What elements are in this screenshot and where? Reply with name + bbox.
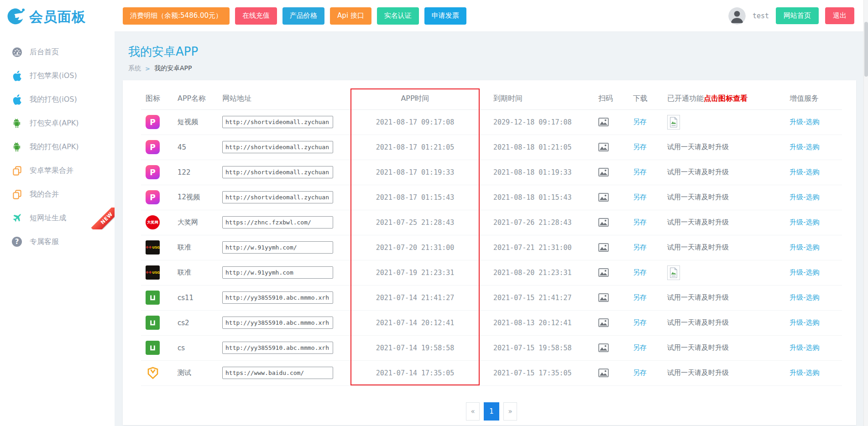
table-row: cs 2021-07-14 19:58:58 2021-07-15 19:58:…	[141, 335, 842, 360]
upgrade-link[interactable]: 升级-选购	[790, 268, 819, 276]
table-row: 大奖网 大奖网 2021-07-25 21:28:43 2021-07-26 2…	[141, 210, 842, 235]
app-time: 2021-08-17 01:21:05	[350, 135, 480, 160]
qr-image-icon[interactable]	[598, 143, 609, 151]
save-as-link[interactable]: 另存	[633, 293, 647, 301]
save-as-link[interactable]: 另存	[633, 143, 647, 151]
brand-logo-icon	[6, 7, 25, 27]
consume-detail-button[interactable]: 消费明细（余额:5486.00元）	[123, 7, 230, 25]
window-scrollbar[interactable]	[863, 0, 868, 426]
app-url-input[interactable]	[222, 241, 333, 254]
app-url-input[interactable]	[222, 342, 333, 354]
real-name-button[interactable]: 实名认证	[377, 7, 419, 25]
site-home-button[interactable]: 网站首页	[776, 7, 819, 24]
recharge-button[interactable]: 在线充值	[235, 7, 277, 25]
scrollbar-thumb[interactable]	[864, 22, 868, 77]
api-button[interactable]: Api 接口	[330, 7, 371, 25]
qr-image-icon[interactable]	[598, 118, 609, 126]
app-url-input[interactable]	[222, 116, 333, 128]
breadcrumb-root[interactable]: 系统	[128, 64, 141, 73]
merge-icon	[10, 166, 24, 176]
upgrade-link[interactable]: 升级-选购	[790, 193, 819, 201]
product-price-button[interactable]: 产品价格	[282, 7, 324, 25]
save-as-link[interactable]: 另存	[633, 318, 647, 327]
logout-button[interactable]: 退出	[825, 7, 854, 24]
merge-icon	[10, 189, 24, 200]
upgrade-link[interactable]: 升级-选购	[790, 168, 819, 176]
upgrade-link[interactable]: 升级-选购	[790, 143, 819, 151]
next-page-button[interactable]: »	[503, 402, 517, 421]
upgrade-link[interactable]: 升级-选购	[790, 369, 819, 377]
sidebar-item-short-url[interactable]: 短网址生成 NEW	[0, 206, 115, 230]
brand-title: 会员面板	[29, 8, 86, 26]
sidebar-item-label: 专属客服	[30, 237, 59, 247]
features-header-text: 已开通功能	[667, 94, 704, 103]
app-time: 2021-07-14 19:58:58	[350, 335, 480, 360]
topbar: 消费明细（余额:5486.00元）在线充值产品价格Api 接口实名认证申请发票 …	[115, 0, 868, 32]
topbar-buttons: 消费明细（余额:5486.00元）在线充值产品价格Api 接口实名认证申请发票	[123, 7, 472, 25]
save-as-link[interactable]: 另存	[633, 193, 647, 201]
pagination: « 1 »	[141, 402, 842, 421]
expire-time: 2021-08-20 21:23:31	[480, 260, 591, 285]
qr-image-icon[interactable]	[598, 243, 609, 251]
broken-image-icon[interactable]	[667, 265, 680, 280]
u-green-app-icon	[146, 293, 160, 301]
qr-image-icon[interactable]	[598, 168, 609, 176]
app-url-input[interactable]	[222, 191, 333, 203]
qr-image-icon[interactable]	[598, 193, 609, 201]
upgrade-link[interactable]: 升级-选购	[790, 218, 819, 226]
sidebar-item-my-package-apk[interactable]: 我的打包(APK)	[0, 135, 115, 159]
upgrade-link[interactable]: 升级-选购	[790, 343, 819, 352]
save-as-link[interactable]: 另存	[633, 343, 647, 352]
sidebar-item-merge-android-ios[interactable]: 安卓苹果合并	[0, 159, 115, 182]
upgrade-link[interactable]: 升级-选购	[790, 293, 819, 301]
features-cell: 试用一天请及时升级	[662, 310, 785, 335]
table-row: P 45 2021-08-17 01:21:05 2021-08-18 01:2…	[141, 135, 842, 160]
qr-image-icon[interactable]	[598, 293, 609, 301]
app-name: 联准	[176, 260, 221, 285]
upgrade-link[interactable]: 升级-选购	[790, 318, 819, 327]
save-as-link[interactable]: 另存	[633, 369, 647, 377]
sidebar-item-label: 我的打包(APK)	[30, 142, 79, 152]
user-avatar[interactable]	[728, 7, 746, 25]
app-url-input[interactable]	[222, 266, 333, 279]
save-as-link[interactable]: 另存	[633, 168, 647, 176]
sidebar-item-label: 打包苹果(iOS)	[30, 71, 77, 81]
save-as-link[interactable]: 另存	[633, 268, 647, 276]
u-green-app-icon	[146, 343, 160, 352]
table-row: cs2 2021-07-14 20:12:41 2021-08-13 20:12…	[141, 310, 842, 335]
table-row: P 12视频 2021-08-17 01:15:43 2021-08-18 01…	[141, 185, 842, 210]
qr-image-icon[interactable]	[598, 318, 609, 327]
qr-image-icon[interactable]	[598, 218, 609, 226]
upgrade-link[interactable]: 升级-选购	[790, 243, 819, 251]
app-url-input[interactable]	[222, 291, 333, 304]
sidebar-item-my-merge[interactable]: 我的合并	[0, 182, 115, 206]
app-url-input[interactable]	[222, 141, 333, 153]
app-url-input[interactable]	[222, 216, 333, 229]
app-url-input[interactable]	[222, 317, 333, 329]
invoice-button[interactable]: 申请发票	[424, 7, 466, 25]
broken-image-icon[interactable]	[667, 115, 680, 130]
qr-image-icon[interactable]	[598, 369, 609, 377]
sidebar-item-support[interactable]: ? 专属客服	[0, 230, 115, 254]
prev-page-button[interactable]: «	[466, 402, 480, 421]
sidebar-item-package-apk[interactable]: 打包安卓(APK)	[0, 111, 115, 135]
sidebar-item-package-ios[interactable]: 打包苹果(iOS)	[0, 64, 115, 88]
upgrade-link[interactable]: 升级-选购	[790, 118, 819, 126]
features-cell: 试用一天请及时升级	[662, 135, 785, 160]
sidebar-item-my-package-ios[interactable]: 我的打包(iOS)	[0, 88, 115, 111]
app-url-input[interactable]	[222, 367, 333, 379]
app-name: 大奖网	[176, 210, 221, 235]
page-title: 我的安卓APP	[128, 44, 868, 60]
qr-image-icon[interactable]	[598, 268, 609, 276]
app-name: 联准	[176, 235, 221, 260]
save-as-link[interactable]: 另存	[633, 118, 647, 126]
qr-image-icon[interactable]	[598, 343, 609, 352]
app-url-input[interactable]	[222, 166, 333, 178]
save-as-link[interactable]: 另存	[633, 218, 647, 226]
save-as-link[interactable]: 另存	[633, 243, 647, 251]
p-app-icon: P	[146, 193, 160, 201]
page-1-button[interactable]: 1	[484, 402, 499, 421]
main-content: 我的安卓APP 系统 > 我的安卓APP 图标 APP名称 网站地址 APP时间	[115, 32, 868, 426]
sidebar-item-dashboard[interactable]: 后台首页	[0, 40, 115, 64]
sidebar-item-label: 我的打包(iOS)	[30, 95, 77, 104]
